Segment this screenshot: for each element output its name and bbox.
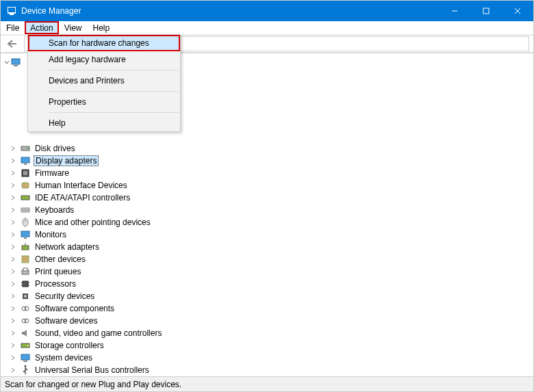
tree-node-software-devices[interactable]: Software devices — [3, 315, 533, 327]
close-button[interactable] — [502, 1, 533, 21]
chevron-right-icon[interactable] — [9, 256, 17, 263]
chevron-right-icon[interactable] — [9, 330, 17, 337]
menu-item-scan-for-hardware-changes[interactable]: Scan for hardware changes — [28, 35, 180, 51]
svg-point-44 — [25, 365, 27, 367]
svg-point-10 — [27, 148, 29, 149]
chevron-right-icon[interactable] — [9, 354, 17, 361]
svg-rect-16 — [21, 196, 29, 200]
chevron-right-icon[interactable] — [9, 145, 17, 152]
svg-rect-8 — [14, 65, 18, 66]
svg-rect-43 — [23, 361, 27, 362]
tree-node-universal-serial-bus-controllers[interactable]: Universal Serial Bus controllers — [3, 364, 533, 376]
svg-point-37 — [25, 306, 29, 311]
chevron-right-icon[interactable] — [9, 317, 17, 324]
tree-node-processors[interactable]: Processors — [3, 278, 533, 290]
svg-rect-12 — [24, 164, 27, 165]
storage-icon — [20, 340, 31, 351]
menu-item-properties[interactable]: Properties — [28, 94, 180, 110]
chevron-right-icon[interactable] — [9, 268, 17, 275]
tree-node-label: Storage controllers — [34, 341, 105, 350]
window-buttons — [439, 1, 533, 21]
usb-icon — [20, 365, 31, 376]
tree-node-label: Processors — [34, 279, 77, 289]
chevron-right-icon[interactable] — [9, 342, 17, 349]
menu-bar: FileActionViewHelp — [1, 21, 533, 35]
svg-rect-42 — [21, 354, 29, 360]
menu-item-help[interactable]: Help — [28, 115, 180, 131]
svg-rect-7 — [12, 59, 20, 64]
tree-node-label: Firmware — [34, 168, 71, 178]
tree-node-label: Human Interface Devices — [34, 181, 129, 190]
chevron-right-icon[interactable] — [9, 280, 17, 287]
minimize-button[interactable] — [439, 1, 470, 21]
svg-rect-4 — [483, 8, 489, 14]
chevron-right-icon[interactable] — [9, 244, 17, 250]
svg-rect-29 — [23, 281, 28, 287]
tree-node-human-interface-devices[interactable]: Human Interface Devices — [3, 179, 533, 192]
tree-node-disk-drives[interactable]: Disk drives — [3, 142, 533, 155]
svg-rect-14 — [23, 171, 27, 175]
chevron-right-icon[interactable] — [9, 231, 17, 238]
tree-node-label: System devices — [34, 353, 94, 363]
display-icon — [20, 155, 31, 166]
tree-node-sound-video-and-game-controllers[interactable]: Sound, video and game controllers — [3, 327, 533, 339]
tree-node-print-queues[interactable]: Print queues — [3, 265, 533, 278]
other-icon — [20, 254, 31, 265]
tree-node-network-adapters[interactable]: Network adapters — [3, 241, 533, 253]
svg-rect-11 — [21, 157, 29, 163]
tree-node-monitors[interactable]: Monitors — [3, 228, 533, 241]
chevron-right-icon[interactable] — [9, 367, 17, 374]
svg-rect-17 — [21, 208, 29, 212]
svg-point-39 — [25, 319, 29, 323]
tree-node-other-devices[interactable]: Other devices — [3, 253, 533, 265]
chevron-right-icon[interactable] — [9, 157, 17, 164]
chevron-right-icon[interactable] — [9, 207, 17, 213]
tree-node-label: Display adapters — [34, 155, 99, 166]
disk-icon — [20, 143, 31, 154]
menu-item-add-legacy-hardware[interactable]: Add legacy hardware — [28, 51, 180, 68]
back-button[interactable] — [5, 36, 20, 51]
chevron-right-icon[interactable] — [9, 182, 17, 189]
tree-node-system-devices[interactable]: System devices — [3, 352, 533, 364]
maximize-button[interactable] — [470, 1, 502, 21]
menu-item-action[interactable]: Action — [25, 21, 58, 34]
ide-icon — [20, 192, 31, 203]
menu-item-help[interactable]: Help — [88, 21, 116, 34]
svg-rect-26 — [22, 256, 29, 263]
svg-rect-24 — [22, 246, 29, 250]
status-text: Scan for changed or new Plug and Play de… — [5, 380, 181, 389]
tree-node-security-devices[interactable]: Security devices — [3, 290, 533, 302]
chevron-right-icon[interactable] — [9, 293, 17, 300]
chevron-down-icon[interactable] — [3, 59, 10, 66]
chevron-right-icon[interactable] — [9, 219, 17, 226]
menu-item-devices-and-printers[interactable]: Devices and Printers — [28, 73, 180, 89]
chevron-right-icon[interactable] — [9, 170, 17, 177]
app-icon — [6, 5, 17, 16]
menu-item-file[interactable]: File — [1, 21, 25, 34]
tree-node-display-adapters[interactable]: Display adapters — [3, 155, 533, 167]
menu-separator — [49, 70, 179, 70]
tree-node-label: Universal Serial Bus controllers — [34, 365, 151, 375]
action-menu-dropdown: Scan for hardware changesAdd legacy hard… — [27, 34, 181, 132]
chevron-right-icon[interactable] — [9, 305, 17, 312]
svg-rect-15 — [22, 183, 29, 188]
tree-node-label: Disk drives — [34, 144, 77, 153]
security-icon — [20, 291, 31, 302]
tree-node-mice-and-other-pointing-devices[interactable]: Mice and other pointing devices — [3, 216, 533, 228]
hid-icon — [20, 180, 31, 191]
tree-node-label: Sound, video and game controllers — [34, 328, 163, 338]
tree-node-firmware[interactable]: Firmware — [3, 167, 533, 179]
tree-node-storage-controllers[interactable]: Storage controllers — [3, 339, 533, 352]
tree-node-ide-ata-atapi-controllers[interactable]: IDE ATA/ATAPI controllers — [3, 192, 533, 204]
tree-node-label: Keyboards — [34, 205, 75, 215]
svg-rect-2 — [10, 14, 14, 15]
svg-point-35 — [24, 295, 27, 298]
menu-item-view[interactable]: View — [59, 21, 88, 34]
status-bar: Scan for changed or new Plug and Play de… — [1, 376, 533, 391]
monitor-icon — [20, 229, 31, 240]
softcomp-icon — [20, 303, 31, 314]
tree-node-software-components[interactable]: Software components — [3, 302, 533, 315]
tree-node-keyboards[interactable]: Keyboards — [3, 204, 533, 216]
tree-node-label: Print queues — [34, 267, 82, 276]
chevron-right-icon[interactable] — [9, 194, 17, 201]
